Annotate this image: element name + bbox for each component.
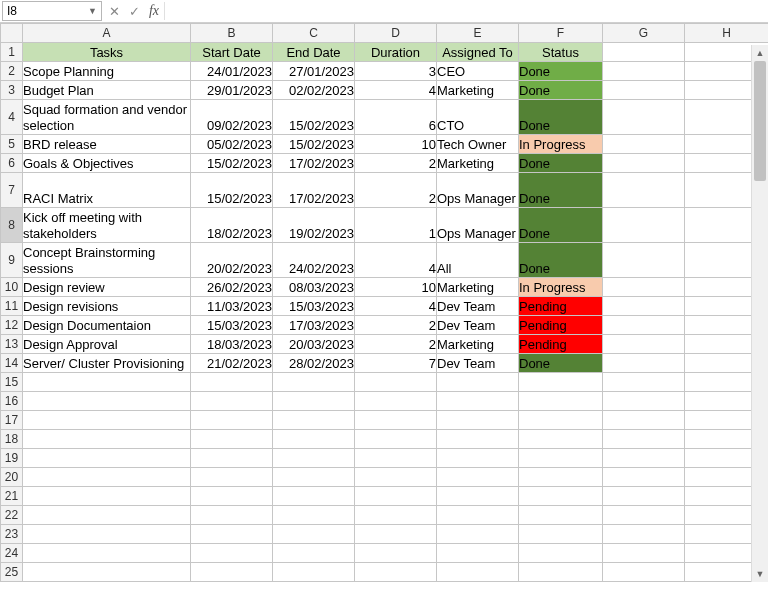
cell-status[interactable]: Pending [519,297,603,316]
scroll-up-arrow-icon[interactable]: ▲ [752,45,768,61]
cell[interactable] [191,430,273,449]
col-header-B[interactable]: B [191,24,273,43]
formula-input[interactable] [164,2,768,20]
header-cell-C[interactable]: End Date [273,43,355,62]
cell-status[interactable]: In Progress [519,135,603,154]
cell[interactable] [23,563,191,582]
cell-duration[interactable]: 2 [355,316,437,335]
scroll-down-arrow-icon[interactable]: ▼ [752,566,768,582]
col-header-E[interactable]: E [437,24,519,43]
row-header[interactable]: 6 [1,154,23,173]
cell-task[interactable]: RACI Matrix [23,173,191,208]
cell[interactable] [603,316,685,335]
cell-duration[interactable]: 6 [355,100,437,135]
name-box[interactable]: I8 ▼ [2,1,102,21]
cell[interactable] [23,487,191,506]
cell-end-date[interactable]: 27/01/2023 [273,62,355,81]
cell-task[interactable]: Kick off meeting with stakeholders [23,208,191,243]
cell[interactable] [603,411,685,430]
cell-status[interactable]: Done [519,208,603,243]
cell-start-date[interactable]: 29/01/2023 [191,81,273,100]
cell[interactable] [603,173,685,208]
row-header[interactable]: 7 [1,173,23,208]
cell[interactable] [519,373,603,392]
cell[interactable] [519,487,603,506]
cell-status[interactable]: Pending [519,316,603,335]
cell[interactable] [603,373,685,392]
cell[interactable] [191,411,273,430]
cell[interactable] [23,468,191,487]
header-cell-E[interactable]: Assigned To [437,43,519,62]
cell-start-date[interactable]: 05/02/2023 [191,135,273,154]
cell[interactable] [603,392,685,411]
cell[interactable] [603,563,685,582]
cell-assigned-to[interactable]: Marketing [437,335,519,354]
cell[interactable] [23,506,191,525]
cell-assigned-to[interactable]: Marketing [437,154,519,173]
cell[interactable] [273,525,355,544]
row-header[interactable]: 16 [1,392,23,411]
cell-status[interactable]: Pending [519,335,603,354]
header-cell-F[interactable]: Status [519,43,603,62]
row-header[interactable]: 18 [1,430,23,449]
cell[interactable] [273,392,355,411]
row-header[interactable]: 15 [1,373,23,392]
cell[interactable] [191,487,273,506]
cell-assigned-to[interactable]: Ops Manager [437,173,519,208]
chevron-down-icon[interactable]: ▼ [88,6,97,16]
cancel-formula-button[interactable]: ✕ [104,2,124,20]
cell-duration[interactable]: 10 [355,278,437,297]
cell-duration[interactable]: 4 [355,81,437,100]
cell[interactable] [273,373,355,392]
cell[interactable] [355,411,437,430]
cell[interactable] [23,525,191,544]
row-header[interactable]: 20 [1,468,23,487]
cell[interactable] [603,506,685,525]
cell[interactable] [437,506,519,525]
cell[interactable] [437,373,519,392]
row-header[interactable]: 17 [1,411,23,430]
scroll-thumb[interactable] [754,61,766,181]
cell[interactable] [437,430,519,449]
cell-start-date[interactable]: 11/03/2023 [191,297,273,316]
cell[interactable] [603,100,685,135]
cell[interactable] [437,468,519,487]
cell-duration[interactable]: 2 [355,173,437,208]
cell[interactable] [355,506,437,525]
cell[interactable] [273,411,355,430]
cell[interactable] [603,354,685,373]
row-header[interactable]: 2 [1,62,23,81]
cell[interactable] [437,392,519,411]
cell[interactable] [355,449,437,468]
row-header[interactable]: 9 [1,243,23,278]
cell-assigned-to[interactable]: Marketing [437,81,519,100]
cell-status[interactable]: Done [519,154,603,173]
row-header[interactable]: 10 [1,278,23,297]
cell[interactable] [191,525,273,544]
cell[interactable] [191,392,273,411]
row-header[interactable]: 21 [1,487,23,506]
cell[interactable] [603,154,685,173]
row-header[interactable]: 11 [1,297,23,316]
cell-duration[interactable]: 3 [355,62,437,81]
cell[interactable] [273,563,355,582]
cell[interactable] [519,411,603,430]
cell-end-date[interactable]: 02/02/2023 [273,81,355,100]
cell[interactable] [603,135,685,154]
cell-duration[interactable]: 4 [355,243,437,278]
cell-task[interactable]: Scope Planning [23,62,191,81]
cell[interactable] [355,430,437,449]
cell-task[interactable]: Design review [23,278,191,297]
cell[interactable] [603,525,685,544]
cell-status[interactable]: Done [519,62,603,81]
cell-status[interactable]: Done [519,354,603,373]
col-header-F[interactable]: F [519,24,603,43]
cell[interactable] [603,62,685,81]
cell[interactable] [191,506,273,525]
cell-task[interactable]: BRD release [23,135,191,154]
cell-end-date[interactable]: 17/02/2023 [273,173,355,208]
cell[interactable] [355,373,437,392]
cell[interactable] [273,468,355,487]
cell-assigned-to[interactable]: CEO [437,62,519,81]
cell[interactable] [273,449,355,468]
